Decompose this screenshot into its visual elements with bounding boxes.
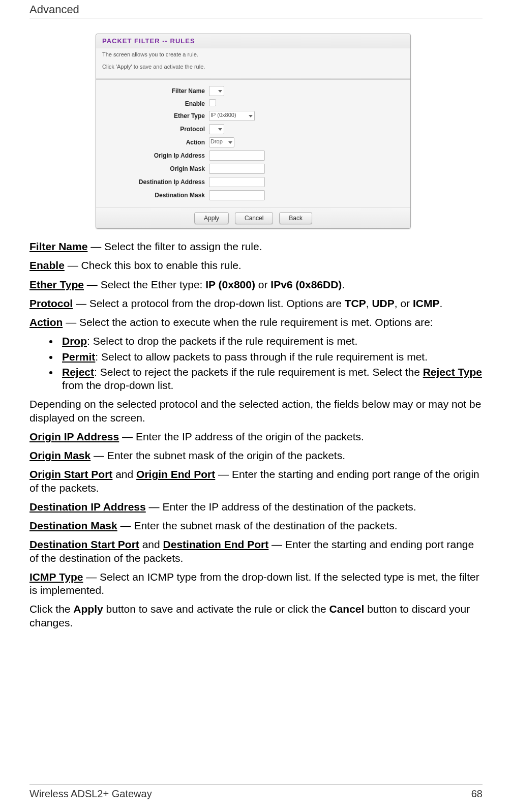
row-dest-ip: Destination Ip Address: [102, 177, 404, 187]
para-dest-ip: Destination IP Address — Enter the IP ad…: [29, 500, 483, 514]
para-origin-mask: Origin Mask — Enter the subnet mask of t…: [29, 449, 483, 462]
text: ,: [366, 297, 372, 309]
text: — Enter the IP address of the origin of …: [119, 431, 364, 442]
option-ipv6: IPv6 (0x86DD): [270, 279, 342, 290]
option-icmp: ICMP: [413, 297, 440, 309]
text: — Select the Ether type:: [84, 279, 205, 290]
label-dest-ip: Destination Ip Address: [102, 178, 209, 186]
ether-type-select[interactable]: IP (0x800): [209, 111, 255, 121]
filter-name-select[interactable]: [209, 86, 224, 96]
para-enable: Enable — Check this box to enable this r…: [29, 259, 483, 272]
row-origin-mask: Origin Mask: [102, 164, 404, 174]
enable-checkbox[interactable]: [209, 99, 216, 106]
term-filter-name: Filter Name: [29, 240, 87, 252]
label-enable: Enable: [102, 100, 209, 107]
term-dest-mask: Destination Mask: [29, 520, 117, 531]
page-footer: Wireless ADSL2+ Gateway 68: [29, 785, 483, 800]
page-header: Advanced: [29, 0, 483, 18]
text: — Enter the subnet mask of the origin of…: [91, 449, 345, 461]
text: , or: [395, 297, 413, 309]
text: — Select an ICMP type from the drop-down…: [29, 571, 479, 596]
protocol-select[interactable]: [209, 124, 224, 134]
panel-description: The screen allows you to create a rule. …: [96, 48, 410, 78]
term-origin-start-port: Origin Start Port: [29, 468, 112, 480]
row-action: Action Drop: [102, 137, 404, 147]
text: from the drop-down list.: [62, 379, 173, 391]
para-depends: Depending on the selected protocol and t…: [29, 398, 483, 425]
list-item-reject: Reject: Select to reject the packets if …: [59, 366, 483, 393]
apply-button[interactable]: Apply: [194, 212, 229, 224]
option-tcp: TCP: [345, 297, 366, 309]
row-enable: Enable: [102, 99, 404, 108]
text: : Select to drop the packets if the rule…: [87, 335, 357, 347]
row-protocol: Protocol: [102, 124, 404, 134]
term-cancel: Cancel: [329, 603, 364, 615]
action-select[interactable]: Drop: [209, 137, 234, 147]
term-reject-type: Reject Type: [423, 366, 482, 378]
term-enable: Enable: [29, 259, 65, 271]
para-ether-type: Ether Type — Select the Ether type: IP (…: [29, 278, 483, 291]
footer-page-number: 68: [471, 788, 483, 800]
label-protocol: Protocol: [102, 126, 209, 133]
text: and: [112, 468, 136, 480]
back-button[interactable]: Back: [279, 212, 312, 224]
term-origin-mask: Origin Mask: [29, 449, 91, 461]
button-row: Apply Cancel Back: [96, 207, 410, 228]
text: : Select to allow packets to pass throug…: [95, 351, 428, 363]
term-protocol: Protocol: [29, 297, 73, 309]
text: — Check this box to enable this rule.: [65, 259, 242, 271]
term-drop: Drop: [62, 335, 87, 347]
term-origin-ip: Origin IP Address: [29, 431, 119, 442]
list-item-drop: Drop: Select to drop the packets if the …: [59, 335, 483, 348]
label-ether-type: Ether Type: [102, 112, 209, 119]
text: — Select the action to execute when the …: [63, 316, 433, 328]
para-origin-ports: Origin Start Port and Origin End Port — …: [29, 468, 483, 495]
text: — Select a protocol from the drop-down l…: [73, 297, 345, 309]
dest-mask-input[interactable]: [209, 190, 265, 200]
packet-filter-panel: PACKET FILTER -- RULES The screen allows…: [96, 34, 411, 229]
text: : Select to reject the packets if the ru…: [94, 366, 423, 378]
option-ip: IP (0x800): [205, 279, 255, 290]
text: button to save and activate the rule or …: [103, 603, 329, 615]
action-list: Drop: Select to drop the packets if the …: [59, 335, 483, 392]
text: and: [139, 538, 163, 550]
list-item-permit: Permit: Select to allow packets to pass …: [59, 350, 483, 364]
text: — Enter the subnet mask of the destinati…: [117, 520, 398, 531]
para-origin-ip: Origin IP Address — Enter the IP address…: [29, 430, 483, 443]
row-dest-mask: Destination Mask: [102, 190, 404, 200]
term-dest-ip: Destination IP Address: [29, 501, 146, 513]
para-action: Action — Select the action to execute wh…: [29, 316, 483, 329]
term-apply: Apply: [73, 603, 103, 615]
panel-desc-line2: Click 'Apply' to save and activate the r…: [102, 64, 404, 70]
term-ether-type: Ether Type: [29, 279, 84, 290]
label-dest-mask: Destination Mask: [102, 192, 209, 199]
term-dest-start-port: Destination Start Port: [29, 538, 139, 550]
label-origin-mask: Origin Mask: [102, 165, 209, 172]
para-dest-mask: Destination Mask — Enter the subnet mask…: [29, 519, 483, 532]
panel-title: PACKET FILTER -- RULES: [96, 34, 410, 48]
option-udp: UDP: [372, 297, 394, 309]
cancel-button[interactable]: Cancel: [235, 212, 273, 224]
text: — Enter the IP address of the destinatio…: [146, 501, 416, 513]
footer-product: Wireless ADSL2+ Gateway: [29, 788, 152, 800]
para-dest-ports: Destination Start Port and Destination E…: [29, 538, 483, 565]
origin-ip-input[interactable]: [209, 151, 265, 161]
label-action: Action: [102, 139, 209, 146]
text: .: [439, 297, 442, 309]
label-origin-ip: Origin Ip Address: [102, 152, 209, 159]
dest-ip-input[interactable]: [209, 177, 265, 187]
para-icmp-type: ICMP Type — Select an ICMP type from the…: [29, 570, 483, 597]
row-origin-ip: Origin Ip Address: [102, 151, 404, 161]
term-icmp-type: ICMP Type: [29, 571, 83, 583]
document-body: Filter Name — Select the filter to assig…: [29, 240, 483, 629]
text: .: [342, 279, 345, 290]
panel-desc-line1: The screen allows you to create a rule.: [102, 51, 404, 57]
text: or: [255, 279, 270, 290]
row-ether-type: Ether Type IP (0x800): [102, 111, 404, 121]
para-apply-cancel: Click the Apply button to save and activ…: [29, 603, 483, 629]
origin-mask-input[interactable]: [209, 164, 265, 174]
row-filter-name: Filter Name: [102, 86, 404, 96]
form-area: Filter Name Enable Ether Type IP (0x800)…: [96, 80, 410, 207]
term-origin-end-port: Origin End Port: [136, 468, 215, 480]
label-filter-name: Filter Name: [102, 87, 209, 95]
